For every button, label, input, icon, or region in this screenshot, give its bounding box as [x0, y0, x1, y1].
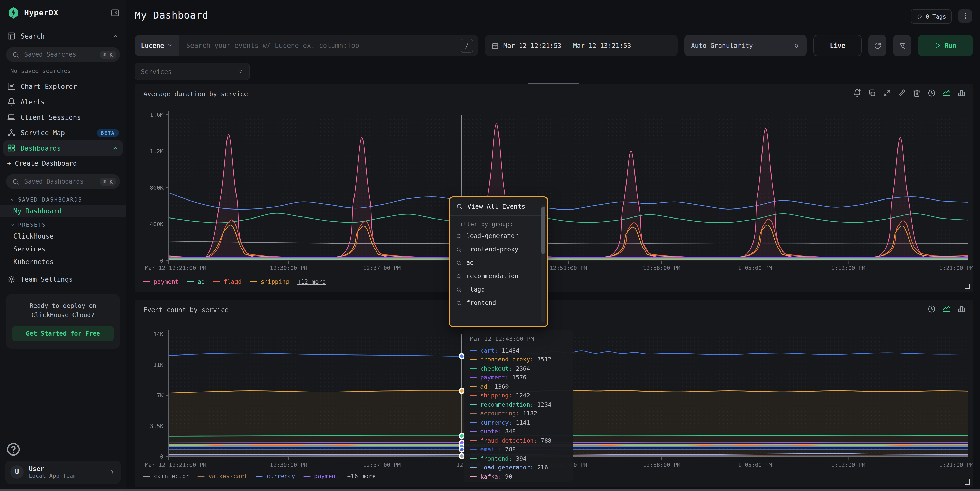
services-select[interactable]: Services	[135, 63, 250, 80]
legend-more-link[interactable]: +16 more	[347, 472, 376, 480]
query-language-select[interactable]: Lucene	[135, 35, 179, 56]
sidebar-item-clickhouse[interactable]: ClickHouse	[0, 230, 126, 243]
pencil-icon[interactable]	[898, 89, 906, 97]
panel-resize-handle[interactable]	[964, 479, 970, 485]
filter-group-item-recommendation[interactable]: recommendation	[450, 269, 547, 283]
tooltip-row-email: email:788	[470, 445, 566, 454]
legend-item-payment[interactable]: payment	[303, 472, 339, 480]
popup-scrollbar[interactable]	[541, 205, 545, 322]
play-icon	[934, 42, 941, 49]
filter-group-item-ad[interactable]: ad	[450, 256, 547, 269]
popup-scrollbar-thumb[interactable]	[541, 207, 545, 254]
create-dashboard-button[interactable]: + Create Dashboard	[0, 156, 126, 171]
section-saved-dashboards[interactable]: SAVED DASHBOARDS	[0, 192, 126, 205]
svg-text:1:05:00 PM: 1:05:00 PM	[738, 265, 772, 271]
series-name: frontend-proxy:	[480, 356, 534, 363]
copy-icon[interactable]	[868, 89, 876, 97]
user-meta: User Local App Team	[29, 464, 104, 480]
saved-dashboards-input[interactable]	[23, 177, 96, 186]
series-value: 1360	[495, 383, 509, 390]
bell-icon	[7, 98, 16, 106]
run-label: Run	[945, 41, 956, 49]
tooltip-row-load-generator: load-generator:216	[470, 463, 566, 472]
series-name: ad:	[480, 383, 491, 390]
sidebar-item-client-sessions[interactable]: Client Sessions	[0, 110, 126, 125]
legend-more-link[interactable]: +12 more	[298, 278, 326, 285]
legend-item-ad[interactable]: ad	[187, 278, 205, 285]
refresh-icon	[874, 42, 881, 49]
refresh-button[interactable]	[869, 35, 886, 56]
filter-button[interactable]	[893, 35, 911, 56]
tooltip-row-currency: currency:1141	[470, 418, 566, 427]
network-icon	[7, 129, 16, 137]
filter-group-item-flagd[interactable]: flagd	[450, 283, 547, 296]
legend-item-cainjector[interactable]: cainjector	[143, 472, 189, 480]
horizontal-scrollbar[interactable]	[0, 489, 980, 491]
updown-icon	[793, 42, 800, 49]
filter-group-label: frontend-proxy	[466, 246, 518, 253]
filter-group-label: load-generator	[466, 232, 518, 240]
clock-icon[interactable]	[928, 89, 936, 97]
legend-item-currency[interactable]: currency	[256, 472, 295, 480]
help-icon[interactable]	[6, 442, 21, 456]
legend-item-flagd[interactable]: flagd	[213, 278, 242, 285]
legend-swatch	[213, 281, 220, 282]
trash-icon[interactable]	[913, 89, 921, 97]
legend-item-shipping[interactable]: shipping	[250, 278, 289, 285]
sidebar-item-alerts[interactable]: Alerts	[0, 94, 126, 110]
filter-toolbar: Lucene / Mar 12 12:21:53 - Mar 12 13:21:…	[135, 35, 973, 56]
user-menu[interactable]: U User Local App Team	[5, 461, 121, 484]
sidebar-item-dashboards[interactable]: Dashboards	[3, 140, 123, 156]
legend-item-payment[interactable]: payment	[143, 278, 179, 285]
saved-searches-input[interactable]	[23, 50, 96, 59]
series-value: 1182	[523, 410, 537, 417]
run-button[interactable]: Run	[918, 35, 973, 56]
live-button[interactable]: Live	[813, 35, 862, 56]
filter-group-item-frontend[interactable]: frontend	[450, 296, 547, 310]
granularity-value: Auto Granularity	[691, 41, 753, 49]
maximize-icon[interactable]	[883, 89, 891, 97]
collapse-sidebar-icon[interactable]	[111, 8, 120, 17]
granularity-select[interactable]: Auto Granularity	[684, 35, 807, 56]
filter-group-item-load-generator[interactable]: load-generator	[450, 229, 547, 243]
series-value: 1141	[516, 419, 530, 426]
tooltip-row-cart: cart:11484	[470, 346, 566, 355]
legend-label: valkey-cart	[208, 472, 248, 480]
svg-text:14K: 14K	[153, 331, 164, 337]
tooltip-row-ad: ad:1360	[470, 382, 566, 391]
series-name: quote:	[480, 428, 501, 435]
search-icon	[456, 287, 462, 292]
panel-resize-handle[interactable]	[964, 284, 970, 289]
bell-plus-icon[interactable]	[853, 89, 861, 97]
dashboard-menu-button[interactable]	[958, 9, 972, 22]
get-started-button[interactable]: Get Started for Free	[12, 326, 114, 342]
line-chart-icon[interactable]	[942, 305, 951, 313]
series-value: 1234	[537, 401, 552, 408]
filter-group-item-frontend-proxy[interactable]: frontend-proxy	[450, 243, 547, 256]
chart-canvas-avg-duration[interactable]: 0400K800K1.2M1.6MMar 12 12:21:00 PM12:30…	[143, 106, 971, 272]
view-all-events-item[interactable]: View All Events	[450, 197, 547, 216]
section-presets[interactable]: PRESETS	[0, 218, 126, 230]
sidebar-item-my-dashboard[interactable]: My Dashboard	[0, 205, 126, 218]
sidebar-item-chart-explorer[interactable]: Chart Explorer	[0, 79, 126, 94]
bar-chart-icon[interactable]	[958, 305, 966, 313]
sidebar-item-service-map[interactable]: Service Map BETA	[0, 125, 126, 140]
sidebar-item-kubernetes[interactable]: Kubernetes	[0, 256, 126, 269]
tags-button[interactable]: 0 Tags	[911, 9, 952, 24]
series-name: currency:	[480, 419, 512, 426]
legend-item-valkey-cart[interactable]: valkey-cart	[198, 472, 248, 480]
clickhouse-cloud-promo: Ready to deploy on ClickHouse Cloud? Get…	[6, 294, 120, 349]
series-swatch	[470, 359, 477, 360]
time-range-picker[interactable]: Mar 12 12:21:53 - Mar 12 13:21:53	[485, 35, 678, 56]
event-search-input[interactable]	[179, 41, 461, 49]
tooltip-row-checkout: checkout:2364	[470, 364, 566, 373]
sidebar-item-label: Alerts	[21, 98, 119, 106]
sidebar-item-team-settings[interactable]: Team Settings	[0, 272, 126, 287]
sidebar-item-search[interactable]: Search	[0, 28, 126, 44]
filter-group-list: load-generatorfrontend-proxyadrecommenda…	[450, 229, 547, 310]
line-chart-icon[interactable]	[942, 89, 951, 97]
series-value: 58	[487, 482, 495, 483]
sidebar-item-services[interactable]: Services	[0, 243, 126, 256]
bar-chart-icon[interactable]	[958, 89, 966, 97]
clock-icon[interactable]	[928, 305, 936, 313]
